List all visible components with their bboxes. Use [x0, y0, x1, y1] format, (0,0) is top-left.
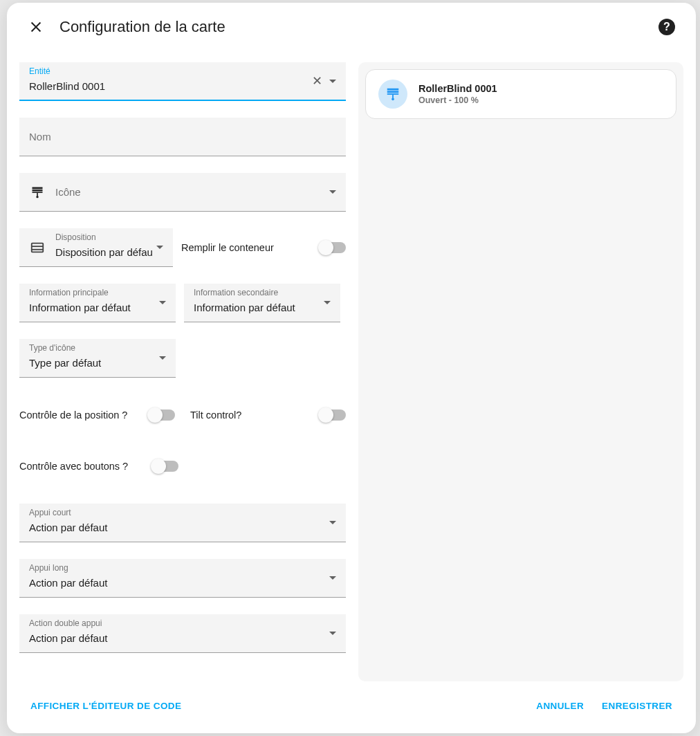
double-tap-action-field[interactable]: Action double appui Action par défaut [19, 614, 346, 653]
dialog-header: Configuration de la carte ? [7, 3, 696, 43]
svg-point-4 [36, 196, 38, 198]
chevron-down-icon [329, 521, 336, 524]
help-icon: ? [663, 21, 670, 33]
name-label: Nom [29, 131, 336, 142]
buttons-control-toggle[interactable] [152, 461, 178, 472]
help-button[interactable]: ? [658, 19, 675, 35]
layout-field[interactable]: Disposition Disposition par défau [19, 228, 173, 267]
hold-action-field[interactable]: Appui long Action par défaut [19, 559, 346, 598]
name-field[interactable]: Nom [19, 118, 346, 156]
icon-label: Icône [55, 186, 329, 198]
tap-action-value: Action par défaut [29, 512, 329, 533]
cancel-button[interactable]: ANNULER [532, 695, 588, 717]
fill-container-label: Remplir le conteneur [181, 242, 310, 253]
preview-card-subtitle: Ouvert - 100 % [418, 95, 497, 105]
preview-card-icon [378, 80, 407, 109]
hold-action-label: Appui long [29, 563, 68, 573]
svg-rect-10 [387, 93, 399, 95]
buttons-control-label: Contrôle avec boutons ? [19, 461, 142, 472]
chevron-down-icon [159, 301, 166, 304]
layout-icon [29, 239, 46, 256]
primary-info-field[interactable]: Information principale Information par d… [19, 284, 176, 322]
svg-rect-8 [387, 89, 399, 91]
preview-card[interactable]: RollerBlind 0001 Ouvert - 100 % [365, 69, 676, 119]
dialog-body: Entité RollerBlind 0001 ✕ Nom Icône [7, 43, 696, 681]
icon-field[interactable]: Icône [19, 173, 346, 212]
entity-label: Entité [29, 66, 50, 76]
icon-type-field[interactable]: Type d'icône Type par défaut [19, 339, 176, 378]
entity-field[interactable]: Entité RollerBlind 0001 ✕ [19, 62, 346, 101]
tap-action-label: Appui court [29, 508, 71, 517]
svg-point-12 [392, 98, 394, 101]
chevron-down-icon [324, 301, 331, 304]
icon-type-label: Type d'icône [29, 343, 75, 353]
dialog-footer: AFFICHER L'ÉDITEUR DE CODE ANNULER ENREG… [7, 681, 696, 733]
show-code-editor-button[interactable]: AFFICHER L'ÉDITEUR DE CODE [26, 695, 185, 717]
fill-container-toggle[interactable] [320, 242, 346, 253]
primary-info-label: Information principale [29, 288, 109, 297]
preview-card-title: RollerBlind 0001 [418, 83, 497, 94]
secondary-info-field[interactable]: Information secondaire Information par d… [184, 284, 340, 322]
close-button[interactable] [28, 19, 44, 35]
save-button[interactable]: ENREGISTRER [598, 695, 676, 717]
tilt-control-toggle[interactable] [320, 410, 346, 421]
layout-label: Disposition [55, 232, 96, 242]
tap-action-field[interactable]: Appui court Action par défaut [19, 504, 346, 542]
tilt-control-label: Tilt control? [190, 410, 310, 421]
svg-rect-0 [33, 187, 43, 189]
entity-clear-button[interactable]: ✕ [312, 75, 322, 87]
hold-action-value: Action par défaut [29, 567, 329, 589]
card-config-dialog: Configuration de la carte ? Entité Rolle… [7, 3, 696, 733]
chevron-down-icon [329, 80, 336, 83]
preview-column: RollerBlind 0001 Ouvert - 100 % [358, 62, 683, 681]
chevron-down-icon [329, 632, 336, 635]
position-control-toggle[interactable] [149, 410, 175, 421]
double-tap-action-label: Action double appui [29, 618, 102, 628]
secondary-info-label: Information secondaire [194, 288, 278, 297]
form-column: Entité RollerBlind 0001 ✕ Nom Icône [19, 62, 346, 681]
svg-rect-9 [387, 91, 399, 93]
position-control-label: Contrôle de la position ? [19, 410, 139, 421]
blind-icon [385, 86, 400, 102]
entity-value: RollerBlind 0001 [29, 71, 312, 92]
svg-rect-2 [33, 192, 43, 193]
svg-rect-1 [33, 189, 43, 191]
chevron-down-icon [156, 246, 163, 249]
chevron-down-icon [329, 190, 336, 194]
chevron-down-icon [329, 576, 336, 580]
blind-icon [29, 184, 46, 201]
svg-rect-5 [32, 243, 44, 252]
chevron-down-icon [159, 356, 166, 360]
close-icon [28, 19, 44, 35]
dialog-title: Configuration de la carte [59, 18, 643, 36]
